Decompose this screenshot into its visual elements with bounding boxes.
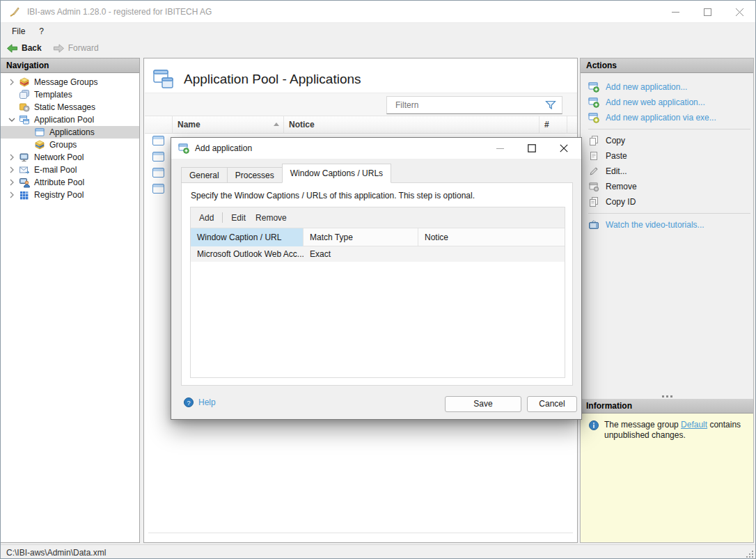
paste-icon bbox=[588, 150, 599, 162]
action-paste[interactable]: Paste bbox=[581, 148, 753, 164]
dialog-close-button[interactable] bbox=[548, 138, 580, 159]
action-add-new-application-via-exe[interactable]: Add new application via exe... bbox=[581, 110, 753, 125]
close-button[interactable] bbox=[723, 1, 755, 23]
actions-header: Actions bbox=[581, 58, 753, 73]
cancel-button[interactable]: Cancel bbox=[527, 396, 577, 412]
action-watch-video-tutorials[interactable]: Watch the video-tutorials... bbox=[581, 217, 753, 233]
actions-separator bbox=[588, 213, 750, 214]
tab-processes[interactable]: Processes bbox=[227, 167, 283, 183]
tree-item-attribute-pool[interactable]: Attribute Pool bbox=[1, 176, 139, 189]
dialog-footer: ? Help Save Cancel bbox=[171, 386, 581, 419]
tree-item-message-groups[interactable]: Message Groups bbox=[1, 76, 139, 88]
tree-item-network-pool[interactable]: Network Pool bbox=[1, 151, 139, 164]
navigation-panel: Navigation Message Groups Templates Stat… bbox=[1, 58, 140, 543]
action-label: Edit... bbox=[606, 166, 627, 176]
registry-pool-icon bbox=[19, 189, 30, 200]
save-button[interactable]: Save bbox=[445, 396, 521, 412]
tree-item-applications[interactable]: Applications bbox=[1, 126, 139, 139]
minimize-button[interactable] bbox=[659, 1, 691, 23]
table-row[interactable]: Microsoft Outlook Web Acc... Exact bbox=[191, 246, 565, 262]
actions-panel: Actions Add new application... Add new w… bbox=[580, 58, 754, 543]
dialog-minimize-button[interactable] bbox=[484, 138, 516, 159]
minimize-icon bbox=[672, 8, 679, 16]
forward-button[interactable]: Forward bbox=[47, 40, 104, 56]
default-message-group-link[interactable]: Default bbox=[681, 420, 707, 430]
resize-grip[interactable] bbox=[745, 549, 753, 558]
splitter-dots-icon bbox=[666, 395, 668, 397]
menu-help[interactable]: ? bbox=[32, 24, 51, 39]
window-icon bbox=[152, 184, 164, 194]
tree-item-static-messages[interactable]: Static Messages bbox=[1, 101, 139, 113]
help-label: Help bbox=[198, 397, 216, 407]
tree-item-label: Application Pool bbox=[34, 115, 94, 125]
tab-window-captions-urls[interactable]: Window Captions / URLs bbox=[282, 164, 391, 183]
tree-item-label: Network Pool bbox=[34, 152, 84, 162]
help-link[interactable]: ? Help bbox=[183, 397, 216, 408]
filter-input[interactable] bbox=[387, 100, 545, 110]
chevron-down-icon[interactable] bbox=[6, 116, 17, 123]
chevron-right-icon[interactable] bbox=[6, 179, 17, 186]
tree-item-application-pool[interactable]: Application Pool bbox=[1, 113, 139, 126]
back-button[interactable]: Back bbox=[1, 40, 47, 56]
tree-item-registry-pool[interactable]: Registry Pool bbox=[1, 189, 139, 201]
action-add-new-web-application[interactable]: Add new web application... bbox=[581, 95, 753, 110]
filter-icon[interactable] bbox=[545, 100, 556, 110]
column-count[interactable]: # bbox=[540, 116, 567, 134]
action-label: Add new web application... bbox=[606, 97, 705, 107]
cell-window-caption: Microsoft Outlook Web Acc... bbox=[191, 246, 304, 262]
static-messages-icon bbox=[19, 102, 30, 113]
network-pool-icon bbox=[19, 152, 30, 163]
edit-button[interactable]: Edit bbox=[231, 213, 246, 223]
dialog-minimize-icon bbox=[496, 145, 504, 152]
information-header: Information bbox=[581, 399, 753, 414]
tree-item-label: Static Messages bbox=[34, 102, 95, 112]
action-edit[interactable]: Edit... bbox=[581, 164, 753, 179]
column-name[interactable]: Name bbox=[173, 116, 284, 134]
tree-item-label: Message Groups bbox=[34, 77, 97, 87]
message-groups-icon bbox=[19, 77, 30, 88]
tree-item-groups[interactable]: Groups bbox=[1, 139, 139, 151]
action-add-new-application[interactable]: Add new application... bbox=[581, 79, 753, 95]
action-label: Copy ID bbox=[606, 197, 636, 207]
tree-item-email-pool[interactable]: E-mail Pool bbox=[1, 164, 139, 176]
column-icon[interactable] bbox=[145, 116, 173, 134]
window-icon bbox=[152, 136, 164, 145]
dialog-instruction: Specify the Window Captions / URLs of th… bbox=[191, 191, 475, 200]
panel-splitter-handle[interactable] bbox=[581, 393, 753, 399]
chevron-right-icon[interactable] bbox=[6, 191, 17, 198]
attribute-pool-icon bbox=[19, 177, 30, 188]
tab-page-window-captions: Specify the Window Captions / URLs of th… bbox=[181, 182, 573, 386]
tab-general[interactable]: General bbox=[181, 167, 228, 183]
remove-button[interactable]: Remove bbox=[255, 213, 287, 223]
app-window: IBI-aws Admin 1.28.0 - registered for IB… bbox=[0, 0, 756, 559]
dialog-close-icon bbox=[560, 144, 568, 152]
chevron-right-icon[interactable] bbox=[6, 166, 17, 173]
add-button[interactable]: Add bbox=[199, 213, 214, 223]
action-copy-id[interactable]: Copy ID bbox=[581, 194, 753, 210]
action-remove[interactable]: Remove bbox=[581, 179, 753, 194]
chevron-right-icon[interactable] bbox=[6, 79, 17, 86]
navigation-tree: Message Groups Templates Static Messages… bbox=[1, 73, 139, 201]
column-notice[interactable]: Notice bbox=[418, 228, 565, 246]
column-notice-label: Notice bbox=[289, 120, 315, 129]
toolbar-separator bbox=[222, 212, 223, 223]
action-copy[interactable]: Copy bbox=[581, 133, 753, 148]
column-window-caption-url[interactable]: Window Caption / URL bbox=[191, 228, 304, 246]
column-match-type[interactable]: Match Type bbox=[304, 228, 418, 246]
dialog-maximize-button[interactable] bbox=[516, 138, 548, 159]
menu-file[interactable]: File bbox=[5, 24, 32, 39]
svg-text:?: ? bbox=[187, 400, 190, 407]
information-text: The message group Default contains unpub… bbox=[604, 420, 743, 542]
edit-icon bbox=[588, 166, 599, 177]
chevron-right-icon[interactable] bbox=[6, 154, 17, 161]
email-pool-icon bbox=[19, 164, 30, 175]
tree-item-label: Attribute Pool bbox=[34, 178, 84, 187]
tree-item-templates[interactable]: Templates bbox=[1, 88, 139, 101]
dialog-tabs: General Processes Window Captions / URLs bbox=[181, 164, 391, 183]
maximize-button[interactable] bbox=[691, 1, 723, 23]
app-logo-icon bbox=[9, 6, 20, 17]
window-icon bbox=[152, 168, 164, 178]
column-notice[interactable]: Notice bbox=[284, 116, 540, 134]
tree-item-label: E-mail Pool bbox=[34, 165, 77, 175]
video-tutorials-icon bbox=[588, 219, 599, 230]
